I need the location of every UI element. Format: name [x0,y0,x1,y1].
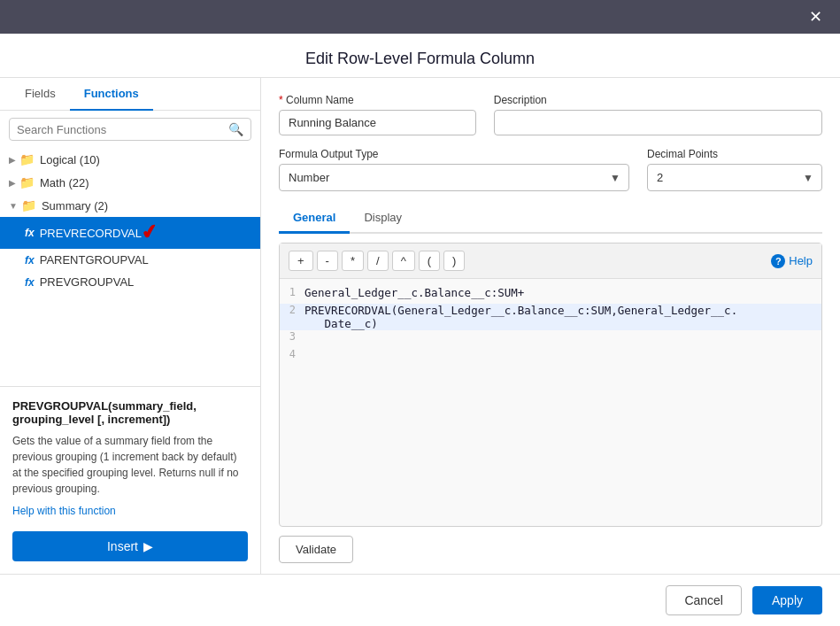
close-button[interactable]: ✕ [809,9,822,25]
modal-header: ✕ [0,0,840,34]
fx-icon: fx [25,227,35,239]
description-group: Description [494,94,822,135]
search-input[interactable] [17,123,228,136]
insert-btn-row: Insert ▶ [0,522,260,574]
tree-item-logical[interactable]: ▶ 📁 Logical (10) [0,148,260,171]
tree-item-label: Math (22) [40,176,89,189]
tree-item-parentgroupval[interactable]: fx PARENTGROUPVAL [0,249,260,271]
modal-title: Edit Row-Level Formula Column [0,50,840,68]
modal: ✕ Edit Row-Level Formula Column Fields F… [0,0,840,626]
validate-row: Validate [279,536,822,563]
power-button[interactable]: ^ [392,251,415,271]
modal-body: Fields Functions 🔍 ▶ 📁 [0,78,840,574]
tree-item-prevgroupval[interactable]: fx PREVGROUPVAL [0,271,260,293]
column-name-row: * Column Name Description [279,94,822,135]
modal-overlay: ✕ Edit Row-Level Formula Column Fields F… [0,0,840,626]
description-input[interactable] [494,110,822,135]
tree-item-prevrecordval[interactable]: fx PREVRECORDVAL ✔ [0,217,260,249]
tree-item-label: Logical (10) [40,153,100,166]
tree-item-label: PARENTGROUPVAL [40,253,149,267]
arrow-icon: ▶ [9,155,16,165]
tree-item-summary[interactable]: ▼ 📁 Summary (2) [0,194,260,217]
left-panel: Fields Functions 🔍 ▶ 📁 [0,78,261,574]
fn-signature: PREVGROUPVAL(summary_field, grouping_lev… [12,399,248,426]
insert-button[interactable]: Insert ▶ [12,531,248,561]
validate-button[interactable]: Validate [279,536,353,563]
tab-functions[interactable]: Functions [70,78,153,111]
code-toolbar: + - * / ^ ( ) ? Help [280,243,821,279]
folder-icon: 📁 [19,175,35,189]
tree-item-label: PREVRECORDVAL [40,227,142,240]
tab-general[interactable]: General [279,204,350,234]
tabs-row: Fields Functions [0,78,260,111]
formula-output-label: Formula Output Type [279,148,629,160]
inner-tabs: General Display [279,204,822,234]
arrow-icon: ▶ [9,178,16,188]
modal-footer: Cancel Apply [0,574,840,626]
tree-item-label: PREVGROUPVAL [40,275,135,289]
tree-item-math[interactable]: ▶ 📁 Math (22) [0,171,260,194]
tree-item-label: Summary (2) [42,199,108,213]
checkmark-icon: ✔ [140,220,159,246]
search-box: 🔍 [9,118,251,141]
tab-display[interactable]: Display [350,204,416,234]
column-name-label: * Column Name [279,94,476,106]
cancel-button[interactable]: Cancel [666,585,742,615]
help-link[interactable]: ? Help [771,254,813,268]
output-row: Formula Output Type Number Text Date Che… [279,148,822,191]
fn-description: PREVGROUPVAL(summary_field, grouping_lev… [0,386,260,522]
code-line-2: 2 PREVRECORDVAL(General_Ledger__c.Balanc… [280,304,821,330]
arrow-expand-icon: ▼ [9,201,18,211]
code-editor: + - * / ^ ( ) ? Help 1 [279,243,822,527]
decimal-select-wrapper: 0 1 2 3 4 5 ▼ [647,164,822,191]
fn-help-link[interactable]: Help with this function [12,505,116,517]
column-name-group: * Column Name [279,94,476,135]
fx-icon: fx [25,254,35,267]
fn-desc-text: Gets the value of a summary field from t… [12,433,248,497]
multiply-button[interactable]: * [342,251,364,271]
code-line-4: 4 [280,348,821,366]
formula-output-select[interactable]: Number Text Date Checkbox Percent Curren… [279,164,629,191]
tree-list: ▶ 📁 Logical (10) ▶ 📁 Math (22) ▼ 📁 [0,148,260,386]
help-icon: ? [771,254,785,268]
minus-button[interactable]: - [317,251,338,271]
divide-button[interactable]: / [367,251,389,271]
decimal-points-group: Decimal Points 0 1 2 3 4 5 ▼ [647,148,822,191]
search-icon: 🔍 [228,122,243,136]
right-panel: * Column Name Description Formula Output… [261,78,840,574]
apply-button[interactable]: Apply [752,586,822,614]
code-lines[interactable]: 1 General_Ledger__c.Balance__c:SUM+ 2 PR… [280,279,821,526]
folder-icon: 📁 [19,152,35,166]
decimal-points-label: Decimal Points [647,148,822,160]
description-label: Description [494,94,822,106]
formula-output-select-wrapper: Number Text Date Checkbox Percent Curren… [279,164,629,191]
tab-fields[interactable]: Fields [11,78,70,111]
code-line-3: 3 [280,330,821,348]
open-paren-button[interactable]: ( [419,251,440,271]
fx-icon: fx [25,276,35,289]
modal-title-bar: Edit Row-Level Formula Column [0,34,840,78]
decimal-points-select[interactable]: 0 1 2 3 4 5 [647,164,822,191]
close-paren-button[interactable]: ) [443,251,465,271]
column-name-input[interactable] [279,110,476,135]
code-line-1: 1 General_Ledger__c.Balance__c:SUM+ [280,286,821,304]
folder-icon: 📁 [21,198,36,213]
formula-output-group: Formula Output Type Number Text Date Che… [279,148,629,191]
plus-button[interactable]: + [289,251,313,271]
